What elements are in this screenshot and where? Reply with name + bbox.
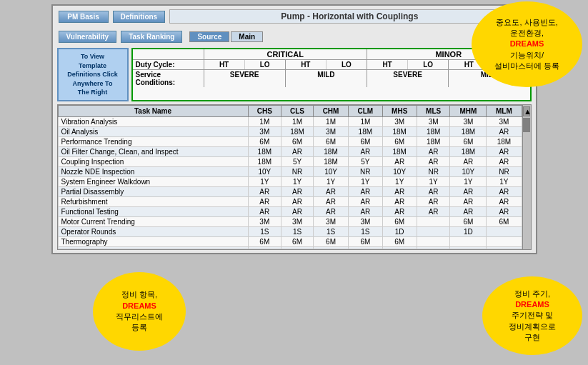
data-cell: AR <box>313 196 348 206</box>
definitions-button[interactable]: Definitions <box>113 11 166 23</box>
data-cell: AR <box>487 126 522 136</box>
data-cell: 6M <box>349 236 382 246</box>
scroll-thumb[interactable] <box>523 118 530 132</box>
data-cell: 18M <box>450 126 487 136</box>
data-cell: 1S <box>349 226 382 236</box>
col-mls: MLS <box>417 105 450 116</box>
data-cell: 1M <box>248 116 281 126</box>
service-conditions-label: Service Conditions: <box>133 70 204 87</box>
vulnerability-button[interactable]: Vulnerability <box>59 31 117 43</box>
data-cell: 3M <box>450 116 487 126</box>
task-name-cell: Refurbishment <box>58 196 248 206</box>
scroll-up-arrow[interactable]: ▲ <box>523 106 530 116</box>
table-row: Vibration Analysis1M1M1M1M3M3M3M3M <box>58 116 522 126</box>
data-cell <box>382 246 417 249</box>
task-name-cell: Thermography <box>58 236 248 246</box>
data-cell: 6M <box>382 136 417 146</box>
critical-minor-label-row: CRITICAL MINOR <box>133 49 530 60</box>
data-cell: 3M <box>313 216 348 226</box>
col-task-name: Task Name <box>58 105 248 116</box>
source-tab[interactable]: Source <box>189 31 229 42</box>
data-cell: 3M <box>313 126 348 136</box>
col-chm: CHM <box>313 105 348 116</box>
bubble-bl-line4: 등록 <box>131 323 147 331</box>
data-cell: NR <box>417 166 450 176</box>
data-cell: 6M <box>313 136 348 146</box>
data-cell: 1M <box>281 116 314 126</box>
data-cell: 6M <box>450 216 487 226</box>
data-cell: AR <box>450 186 487 196</box>
data-cell: 5Y <box>281 156 314 166</box>
task-ranking-button[interactable]: Task Ranking <box>121 31 182 43</box>
critical-label: CRITICAL <box>204 49 368 59</box>
table-header-row: Task Name CHS CLS CHM CLM MHS MLS MHM ML… <box>58 105 522 116</box>
htlo-1: LO <box>245 60 286 69</box>
bubble-br-line4: 정비계획으로 <box>509 322 556 331</box>
table-row: Nozzle NDE Inspection10YNR10YNR10YNR10YN… <box>58 166 522 176</box>
data-cell: AR <box>382 196 417 206</box>
data-cell <box>450 236 487 246</box>
title-bar: Pump - Horizontal with Couplings <box>169 9 529 24</box>
data-cell: AR <box>487 156 522 166</box>
main-tab[interactable]: Main <box>231 31 263 42</box>
data-cell: 18M <box>382 146 417 156</box>
bubble-bottom-left: 정비 항목, DREAMS 직무리스트에 등록 <box>93 272 186 351</box>
second-button-row: Vulnerability Task Ranking Source Main <box>53 27 536 46</box>
data-cell <box>417 246 450 249</box>
data-cell: 3M <box>487 116 522 126</box>
info-box[interactable]: To View Template Definitions Click Anywh… <box>57 48 129 101</box>
data-cell: AR <box>382 206 417 216</box>
col-chs: CHS <box>248 105 281 116</box>
data-cell: AR <box>382 156 417 166</box>
top-button-row: PM Basis Definitions Pump - Horizontal w… <box>53 6 536 27</box>
data-cell: AR <box>313 206 348 216</box>
scrollbar[interactable]: ▲ <box>522 105 531 249</box>
data-cell <box>487 246 522 249</box>
data-cell: AR <box>487 186 522 196</box>
data-cell <box>450 246 487 249</box>
task-name-cell <box>58 246 248 249</box>
data-cell: AR <box>487 146 522 156</box>
header-area: To View Template Definitions Click Anywh… <box>53 46 536 104</box>
data-cell: 10Y <box>382 166 417 176</box>
bubble-bl-dreams: DREAMS <box>122 301 156 310</box>
info-line5: The Right <box>78 89 108 96</box>
table-body: Vibration Analysis1M1M1M1M3M3M3M3MOil An… <box>58 116 522 249</box>
data-cell: AR <box>417 156 450 166</box>
data-cell: AR <box>450 206 487 216</box>
data-cell: AR <box>313 186 348 196</box>
data-cell: 18M <box>313 146 348 156</box>
task-name-cell: Functional Testing <box>58 206 248 216</box>
data-cell: 18M <box>313 156 348 166</box>
htlo-2: HT <box>286 60 327 69</box>
data-cell: 1M <box>349 116 382 126</box>
col-mhs: MHS <box>382 105 417 116</box>
data-cell: 6M <box>281 136 314 146</box>
data-cell <box>487 226 522 236</box>
htlo-4: HT <box>367 60 408 69</box>
data-cell: AR <box>349 196 382 206</box>
data-cell: 1Y <box>248 176 281 186</box>
task-name-cell: System Engineer Walkdown <box>58 176 248 186</box>
data-cell: 6M <box>313 236 348 246</box>
data-cell: 6M <box>349 136 382 146</box>
bubble-tr-line1: 중요도, 사용빈도, <box>496 18 557 26</box>
data-cell: 18M <box>349 126 382 136</box>
table-area: Task Name CHS CLS CHM CLM MHS MLS MHM ML… <box>53 104 536 253</box>
main-panel: PM Basis Definitions Pump - Horizontal w… <box>51 4 537 254</box>
info-line1: To View <box>81 53 104 60</box>
info-line3: Definitions Click <box>67 71 118 78</box>
task-name-cell: Performance Trending <box>58 136 248 146</box>
data-cell: AR <box>417 196 450 206</box>
data-cell: AR <box>248 196 281 206</box>
data-cell: AR <box>349 146 382 156</box>
data-cell: AR <box>417 206 450 216</box>
data-cell: NR <box>281 166 314 176</box>
data-cell: 3M <box>417 116 450 126</box>
mild-0: MILD <box>286 70 367 87</box>
data-cell: 5Y <box>349 156 382 166</box>
table-row: Partial DisassemblyARARARARARARARAR <box>58 186 522 196</box>
table-row: Oil Filter Change, Clean, and Inspect18M… <box>58 146 522 156</box>
task-name-cell: Vibration Analysis <box>58 116 248 126</box>
pm-basis-button[interactable]: PM Basis <box>59 11 109 23</box>
